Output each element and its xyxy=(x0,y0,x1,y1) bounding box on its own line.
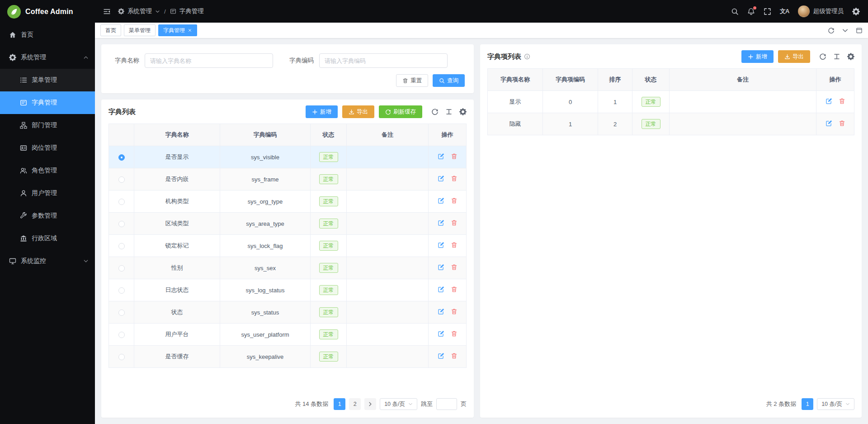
edit-icon[interactable] xyxy=(438,264,444,271)
next-page-button[interactable] xyxy=(364,398,376,410)
fullscreen-icon[interactable] xyxy=(764,8,771,15)
row-radio[interactable] xyxy=(118,221,125,227)
search-icon[interactable] xyxy=(731,8,739,15)
column-settings-icon[interactable] xyxy=(445,108,453,115)
page-button-2[interactable]: 2 xyxy=(349,398,361,410)
edit-icon[interactable] xyxy=(438,286,444,293)
table-row[interactable]: 区域类型 sys_area_type 正常 xyxy=(109,213,467,235)
settings-gear-icon[interactable] xyxy=(852,8,860,15)
refresh-icon[interactable] xyxy=(819,53,826,60)
delete-icon[interactable] xyxy=(451,153,458,160)
sidebar-item-user-mgmt[interactable]: 用户管理 xyxy=(0,182,95,205)
delete-icon[interactable] xyxy=(451,286,458,293)
column-header: 字典编码 xyxy=(220,124,311,146)
refresh-icon[interactable] xyxy=(431,108,439,115)
add-item-button[interactable]: 新增 xyxy=(741,50,774,63)
table-row[interactable]: 是否内嵌 sys_frame 正常 xyxy=(109,168,467,191)
sidebar-item-role-mgmt[interactable]: 角色管理 xyxy=(0,159,95,182)
delete-icon[interactable] xyxy=(451,264,458,271)
edit-icon[interactable] xyxy=(438,197,444,204)
table-settings-gear-icon[interactable] xyxy=(459,108,467,115)
sidebar-fold-icon[interactable] xyxy=(103,8,111,15)
delete-icon[interactable] xyxy=(451,197,458,204)
delete-icon[interactable] xyxy=(451,242,458,248)
gear-icon xyxy=(118,8,124,14)
table-row[interactable]: 状态 sys_status 正常 xyxy=(109,301,467,324)
row-radio[interactable] xyxy=(118,154,125,161)
export-button[interactable]: 导出 xyxy=(342,105,374,118)
row-radio[interactable] xyxy=(118,265,125,272)
sidebar-item-post-mgmt[interactable]: 岗位管理 xyxy=(0,137,95,159)
search-button[interactable]: 查询 xyxy=(433,74,465,87)
edit-icon[interactable] xyxy=(438,153,444,160)
edit-icon[interactable] xyxy=(826,120,832,127)
table-row[interactable]: 性别 sys_sex 正常 xyxy=(109,257,467,279)
status-badge: 正常 xyxy=(319,352,338,362)
breadcrumb-level1[interactable]: 系统管理 xyxy=(127,7,152,15)
table-row[interactable]: 日志状态 sys_log_status 正常 xyxy=(109,279,467,301)
list-icon xyxy=(20,76,27,84)
add-button[interactable]: 新增 xyxy=(306,105,338,118)
row-radio[interactable] xyxy=(118,199,125,205)
table-row[interactable]: 是否缓存 sys_keepalive 正常 xyxy=(109,346,467,368)
row-radio[interactable] xyxy=(118,354,125,360)
layout-frame-icon[interactable] xyxy=(856,27,863,34)
sidebar-item-region-mgmt[interactable]: 行政区域 xyxy=(0,227,95,250)
reset-button[interactable]: 重置 xyxy=(396,74,428,87)
chevron-down-icon[interactable] xyxy=(842,27,849,34)
delete-icon[interactable] xyxy=(451,219,458,226)
sidebar-item-dept-mgmt[interactable]: 部门管理 xyxy=(0,114,95,137)
sidebar-group-system[interactable]: 系统管理 xyxy=(0,46,95,69)
sidebar-group-monitor[interactable]: 系统监控 xyxy=(0,250,95,272)
edit-icon[interactable] xyxy=(438,219,444,226)
notification-bell[interactable] xyxy=(747,8,755,15)
row-radio[interactable] xyxy=(118,243,125,249)
table-row[interactable]: 是否显示 sys_visible 正常 xyxy=(109,146,467,168)
refresh-cache-button[interactable]: 刷新缓存 xyxy=(379,105,422,118)
table-row[interactable]: 显示 0 1 正常 xyxy=(488,91,854,113)
row-radio[interactable] xyxy=(118,332,125,338)
page-button-1[interactable]: 1 xyxy=(334,398,345,410)
sidebar-item-home[interactable]: 首页 xyxy=(0,24,95,46)
edit-icon[interactable] xyxy=(826,98,832,105)
edit-icon[interactable] xyxy=(438,330,444,337)
delete-icon[interactable] xyxy=(451,330,458,337)
translate-icon[interactable]: 文A xyxy=(780,7,789,15)
page-jump-input[interactable] xyxy=(436,398,457,410)
column-settings-icon[interactable] xyxy=(833,53,840,60)
tab-dict-mgmt[interactable]: 字典管理 xyxy=(158,24,197,36)
tab-menu-mgmt[interactable]: 菜单管理 xyxy=(124,24,156,36)
sidebar-item-menu-mgmt[interactable]: 菜单管理 xyxy=(0,69,95,91)
close-icon[interactable] xyxy=(188,28,192,33)
edit-icon[interactable] xyxy=(438,353,444,359)
delete-icon[interactable] xyxy=(451,175,458,182)
refresh-icon[interactable] xyxy=(828,27,835,34)
edit-icon[interactable] xyxy=(438,308,444,315)
page-size-select[interactable]: 10 条/页 xyxy=(380,398,417,410)
export-item-button[interactable]: 导出 xyxy=(778,50,810,63)
page-button-1[interactable]: 1 xyxy=(802,398,813,410)
row-radio[interactable] xyxy=(118,176,125,183)
edit-icon[interactable] xyxy=(438,175,444,182)
dict-code-input[interactable] xyxy=(319,53,448,68)
sidebar-item-dict-mgmt[interactable]: 字典管理 xyxy=(0,91,95,114)
row-radio[interactable] xyxy=(118,310,125,316)
edit-icon[interactable] xyxy=(438,242,444,248)
delete-icon[interactable] xyxy=(451,308,458,315)
table-row[interactable]: 机构类型 sys_org_type 正常 xyxy=(109,191,467,213)
delete-icon[interactable] xyxy=(839,98,845,105)
table-row[interactable]: 隐藏 1 2 正常 xyxy=(488,113,854,135)
dict-name-input[interactable] xyxy=(145,53,273,68)
delete-icon[interactable] xyxy=(839,120,845,127)
user-menu[interactable]: 超级管理员 xyxy=(798,5,844,17)
table-row[interactable]: 用户平台 sys_user_platform 正常 xyxy=(109,324,467,346)
delete-icon[interactable] xyxy=(451,353,458,359)
home-icon xyxy=(9,31,16,38)
table-row[interactable]: 锁定标记 sys_lock_flag 正常 xyxy=(109,235,467,257)
page-size-select[interactable]: 10 条/页 xyxy=(817,398,854,410)
row-radio[interactable] xyxy=(118,287,125,294)
sidebar-item-param-mgmt[interactable]: 参数管理 xyxy=(0,205,95,227)
tab-home[interactable]: 首页 xyxy=(100,24,121,36)
sidebar-item-label: 部门管理 xyxy=(32,121,57,129)
table-settings-gear-icon[interactable] xyxy=(847,53,854,60)
